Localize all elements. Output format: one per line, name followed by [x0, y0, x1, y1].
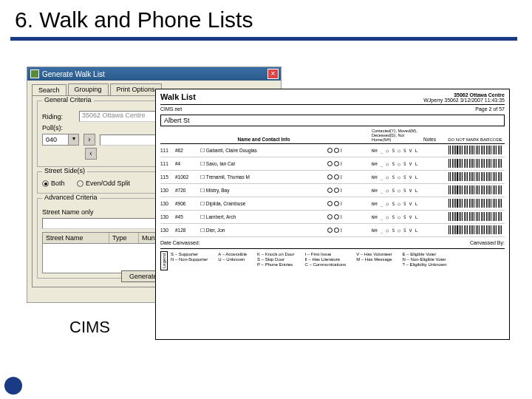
report-riding: 35062 Ottawa Centre — [423, 92, 505, 98]
barcode-icon — [449, 172, 502, 181]
group-advanced-legend: Advanced Criteria — [42, 194, 100, 201]
legend-item: I – First Issue — [304, 252, 346, 256]
poll-value: 040 — [43, 136, 68, 143]
walk-list-report: Walk List 35062 Ottawa Centre WJperry 35… — [155, 89, 510, 340]
legend-col-5: V – Has Volunteer M – Has Message — [356, 251, 392, 270]
col-name-contact: Name and Contact Info — [200, 137, 327, 142]
poll-combo[interactable]: 040 ▾ — [42, 134, 79, 146]
radio-both[interactable]: Both — [42, 180, 65, 187]
legend-item: ? – Eligibility Unknown — [403, 262, 447, 267]
tab-search[interactable]: Search — [32, 84, 66, 96]
legend-col-2: A – Accessible U – Unknown — [218, 251, 247, 270]
legend-item: K – Knock on Door — [257, 252, 294, 256]
legend-item: M – Has Message — [356, 257, 392, 262]
legend-col-4: I – First Issue II – Has Literature C – … — [304, 251, 346, 270]
table-row: 111#4☐ Savo, Ian CalINH _ ○ S ○ S V L — [160, 157, 505, 171]
legend-item: S – Supporter — [171, 252, 208, 256]
table-row: 111#82☐ Gabanti, Claire DouglasINH _ ○ S… — [160, 144, 505, 157]
legend-col-3: K – Knock on Door S – Skip Door P – Phon… — [257, 251, 294, 270]
label-polls: Poll(s): — [42, 124, 75, 132]
group-sides-legend: Street Side(s) — [42, 167, 87, 174]
legend-item: U – Unknown — [218, 257, 247, 262]
col-street: Street Name — [43, 233, 109, 243]
table-row: 130#45☐ Lambert, ArchINH _ ○ S ○ S V L — [160, 211, 505, 224]
street-name-label: Street Name only — [42, 208, 94, 216]
date-canvassed-label: Date Canvassed: — [160, 240, 200, 245]
barcode-icon — [449, 185, 502, 194]
radio-icon — [77, 180, 83, 187]
col-contacted: Contacted(Y), Moved(M), Deceased(D), Not… — [372, 129, 423, 142]
chevron-down-icon[interactable]: ▾ — [68, 134, 78, 145]
barcode-icon — [449, 199, 502, 208]
report-title: Walk List — [160, 92, 196, 103]
legend-item: S – Skip Door — [257, 257, 294, 262]
barcode-icon — [449, 225, 502, 234]
barcode-icon — [449, 159, 502, 168]
tab-grouping[interactable]: Grouping — [68, 83, 109, 95]
report-page: Page 2 of 57 — [475, 106, 505, 112]
report-source: CIMS.net — [160, 106, 182, 112]
barcode-icon — [449, 146, 502, 154]
radio-icon — [42, 180, 49, 187]
legend-col-1: S – Supporter N – Non-Supporter — [171, 251, 208, 270]
street-heading: Albert St — [160, 115, 505, 126]
label-riding: Riding: — [42, 113, 75, 120]
table-row: 115#1002☐ Trenamil, Thomas MINH _ ○ S ○ … — [160, 171, 505, 184]
dialog-titlebar[interactable]: Generate Walk List × — [27, 67, 281, 81]
cims-label: CIMS — [69, 318, 110, 337]
radio-evenodd-label: Even/Odd Split — [86, 180, 130, 187]
legend-item: P – Phone Entries — [257, 262, 294, 267]
move-left-button[interactable]: ‹ — [85, 148, 97, 160]
legend-item: C – Communications — [304, 262, 346, 267]
table-row: 130#906☐ Dipilda, CrambuseINH _ ○ S ○ S … — [160, 197, 505, 211]
legend-section: Legend S – Supporter N – Non-Supporter A… — [160, 248, 505, 270]
legend-item: V – Has Volunteer — [356, 252, 392, 256]
radio-evenodd[interactable]: Even/Odd Split — [77, 180, 130, 187]
canvassed-by-label: Canvassed By: — [470, 240, 505, 245]
col-barcode: DO NOT MARK BARCODE — [446, 137, 505, 142]
report-author-line: WJperry 35062 3/12/2007 11:43:35 — [423, 98, 505, 103]
radio-both-label: Both — [51, 180, 65, 187]
legend-item: N – Non-Supporter — [171, 257, 208, 262]
barcode-icon — [449, 212, 502, 221]
legend-item: E – Eligible Voter — [403, 252, 447, 256]
title-underline — [10, 37, 517, 41]
dialog-title: Generate Walk List — [42, 70, 105, 78]
slide-title: 6. Walk and Phone Lists — [0, 0, 532, 37]
report-rows: 111#82☐ Gabanti, Claire DouglasINH _ ○ S… — [160, 144, 505, 237]
legend-item: II – Has Literature — [304, 257, 346, 262]
report-column-header: Name and Contact Info Contacted(Y), Move… — [160, 127, 505, 144]
corner-dot-icon — [4, 377, 22, 395]
legend-item: A – Accessible — [218, 252, 247, 256]
col-notes: Notes — [423, 137, 446, 142]
app-icon — [30, 69, 39, 78]
tab-print-options[interactable]: Print Options — [110, 83, 162, 95]
table-row: 130#128☐ Dier, JonINH _ ○ S ○ S V L — [160, 224, 505, 237]
legend-title: Legend — [160, 251, 168, 270]
move-right-button[interactable]: › — [83, 134, 95, 146]
table-row: 130#720☐ Mistry, BayINH _ ○ S ○ S V L — [160, 184, 505, 197]
col-type: Type — [109, 233, 139, 243]
legend-col-6: E – Eligible Voter N – Non-Eligible Vote… — [403, 251, 447, 270]
group-general-legend: General Criteria — [42, 96, 94, 103]
close-icon[interactable]: × — [267, 69, 279, 79]
legend-item: N – Non-Eligible Voter — [403, 257, 447, 262]
